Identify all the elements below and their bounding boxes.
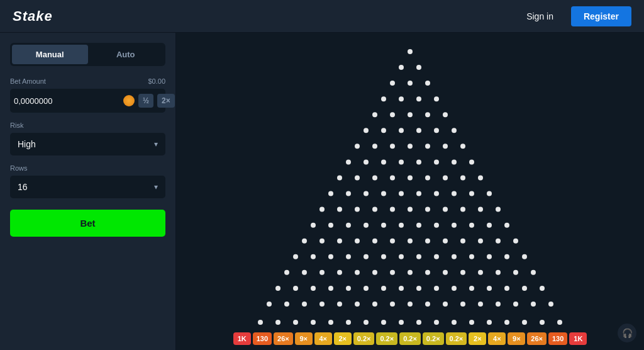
rows-select[interactable]: 8 10 12 14 16 bbox=[10, 176, 165, 198]
multiplier-badge: 2× bbox=[334, 332, 352, 345]
bet-amount-label: Bet Amount $0.00 bbox=[10, 77, 165, 85]
multiplier-badge: 0.2× bbox=[399, 332, 421, 345]
multiplier-badge: 0.2× bbox=[423, 332, 444, 345]
sign-in-button[interactable]: Sign in bbox=[516, 6, 564, 26]
double-button[interactable]: 2× bbox=[157, 94, 175, 108]
bet-amount-input[interactable] bbox=[14, 96, 119, 106]
support-button[interactable]: 🎧 bbox=[618, 324, 636, 342]
register-button[interactable]: Register bbox=[571, 6, 631, 26]
mode-tabs: Manual Auto bbox=[10, 43, 165, 66]
sidebar: Manual Auto Bet Amount $0.00 ½ 2× Max Ri… bbox=[0, 33, 176, 350]
multiplier-badge: 130 bbox=[548, 332, 567, 345]
game-area: 1K13026×9×4×2×0.2×0.2×0.2×0.2×0.2×2×4×9×… bbox=[176, 33, 644, 350]
multiplier-row: 1K13026×9×4×2×0.2×0.2×0.2×0.2×0.2×2×4×9×… bbox=[230, 327, 591, 350]
tab-auto[interactable]: Auto bbox=[88, 45, 164, 64]
multiplier-badge: 0.2× bbox=[353, 332, 375, 345]
risk-select[interactable]: Low Medium High bbox=[10, 133, 165, 155]
multiplier-badge: 26× bbox=[527, 332, 547, 345]
multiplier-badge: 9× bbox=[508, 332, 525, 345]
multiplier-badge: 4× bbox=[314, 332, 332, 345]
multiplier-badge: 1K bbox=[233, 332, 251, 345]
header: Stake Sign in Register bbox=[0, 0, 644, 33]
bet-amount-display: $0.00 bbox=[148, 77, 165, 85]
multiplier-badge: 4× bbox=[488, 332, 506, 345]
bet-button[interactable]: Bet bbox=[10, 210, 165, 237]
risk-select-wrapper: Low Medium High ▾ bbox=[10, 133, 165, 155]
risk-label: Risk bbox=[10, 121, 165, 129]
multiplier-badge: 26× bbox=[274, 332, 293, 345]
multiplier-badge: 2× bbox=[469, 332, 486, 345]
main-layout: Manual Auto Bet Amount $0.00 ½ 2× Max Ri… bbox=[0, 33, 644, 350]
multiplier-badge: 130 bbox=[253, 332, 272, 345]
half-button[interactable]: ½ bbox=[138, 94, 153, 108]
coin-icon bbox=[123, 95, 135, 106]
header-right: Sign in Register bbox=[516, 6, 631, 26]
multiplier-badge: 0.2× bbox=[376, 332, 397, 345]
logo: Stake bbox=[13, 8, 53, 25]
rows-select-wrapper: 8 10 12 14 16 ▾ bbox=[10, 176, 165, 198]
rows-label: Rows bbox=[10, 164, 165, 172]
multiplier-badge: 0.2× bbox=[446, 332, 467, 345]
multiplier-badge: 1K bbox=[569, 332, 587, 345]
bet-input-row: ½ 2× Max bbox=[10, 89, 165, 113]
multiplier-badge: 9× bbox=[295, 332, 313, 345]
tab-manual[interactable]: Manual bbox=[12, 45, 88, 64]
plinko-board bbox=[176, 33, 644, 350]
